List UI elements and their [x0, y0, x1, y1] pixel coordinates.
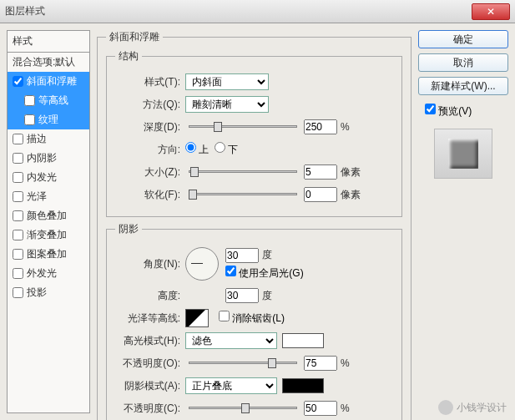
size-slider[interactable] — [189, 170, 297, 174]
gloss-contour-picker[interactable] — [185, 309, 209, 327]
shadow-mode-select[interactable]: 正片叠底 — [185, 377, 277, 394]
altitude-input[interactable] — [225, 288, 259, 303]
gloss-contour-label: 光泽等高线: — [115, 311, 180, 326]
soften-input[interactable] — [304, 187, 337, 202]
highlight-opacity-slider[interactable] — [189, 362, 297, 365]
direction-up[interactable]: 上 — [185, 142, 209, 157]
style-item[interactable]: 描边 — [8, 129, 89, 149]
angle-label: 角度(N): — [115, 257, 180, 271]
angle-input[interactable] — [225, 248, 259, 263]
styles-header: 样式 — [8, 31, 89, 53]
style-item[interactable]: 斜面和浮雕 — [8, 72, 89, 91]
shading-group: 阴影 角度(N): 度 使用全局光(G) 高度: — [106, 222, 402, 420]
bevel-panel: 斜面和浮雕 结构 样式(T): 内斜面 方法(Q): 雕刻清晰 深度(D): % — [97, 30, 411, 420]
style-select[interactable]: 内斜面 — [185, 73, 269, 90]
new-style-button[interactable]: 新建样式(W)... — [418, 77, 508, 95]
soften-label: 软化(F): — [115, 188, 180, 202]
watermark: 小钱学设计 — [438, 400, 507, 415]
style-item[interactable]: 投影 — [8, 283, 89, 302]
direction-down[interactable]: 下 — [215, 142, 238, 157]
angle-unit: 度 — [262, 248, 272, 262]
depth-label: 深度(D): — [115, 120, 180, 134]
style-item[interactable]: 等高线 — [8, 91, 89, 110]
shadow-opacity-slider[interactable] — [189, 407, 297, 410]
altitude-unit: 度 — [262, 289, 272, 303]
close-button[interactable]: ✕ — [472, 3, 510, 20]
highlight-mode-select[interactable]: 滤色 — [185, 332, 277, 349]
highlight-mode-label: 高光模式(H): — [115, 334, 180, 348]
structure-group: 结构 样式(T): 内斜面 方法(Q): 雕刻清晰 深度(D): % 方向: — [106, 49, 402, 217]
style-item[interactable]: 内阴影 — [8, 149, 89, 168]
structure-legend: 结构 — [115, 49, 142, 63]
altitude-label: 高度: — [115, 289, 180, 303]
soften-unit: 像素 — [341, 188, 361, 202]
style-item[interactable]: 光泽 — [8, 187, 89, 206]
shadow-opacity-unit: % — [341, 402, 350, 414]
style-item[interactable]: 内发光 — [8, 168, 89, 187]
highlight-opacity-unit: % — [341, 357, 350, 369]
bevel-title: 斜面和浮雕 — [106, 30, 163, 44]
highlight-color-swatch[interactable] — [282, 333, 324, 348]
shadow-opacity-label: 不透明度(C): — [115, 402, 180, 416]
styles-list: 样式 混合选项:默认 斜面和浮雕等高线纹理描边内阴影内发光光泽颜色叠加渐变叠加图… — [7, 30, 90, 413]
size-label: 大小(Z): — [115, 165, 180, 180]
window-title: 图层样式 — [5, 4, 472, 18]
shadow-mode-label: 阴影模式(A): — [115, 379, 180, 393]
shadow-opacity-input[interactable] — [304, 401, 337, 416]
cancel-button[interactable]: 取消 — [418, 53, 508, 72]
shading-legend: 阴影 — [115, 222, 142, 236]
antialias-checkbox[interactable]: 消除锯齿(L) — [219, 311, 285, 326]
style-item[interactable]: 纹理 — [8, 110, 89, 129]
shadow-color-swatch[interactable] — [282, 378, 324, 393]
style-item[interactable]: 图案叠加 — [8, 245, 89, 264]
depth-input[interactable] — [304, 119, 337, 134]
blend-options[interactable]: 混合选项:默认 — [8, 53, 89, 72]
method-label: 方法(Q): — [115, 98, 180, 112]
watermark-icon — [438, 400, 453, 415]
global-light-checkbox[interactable]: 使用全局光(G) — [225, 267, 304, 279]
depth-slider[interactable] — [189, 125, 297, 129]
style-item[interactable]: 颜色叠加 — [8, 206, 89, 225]
highlight-opacity-input[interactable] — [304, 356, 337, 371]
size-input[interactable] — [304, 164, 337, 180]
style-item[interactable]: 渐变叠加 — [8, 225, 89, 245]
preview-checkbox[interactable]: 预览(V) — [425, 104, 508, 119]
ok-button[interactable]: 确定 — [418, 30, 508, 48]
highlight-opacity-label: 不透明度(O): — [115, 357, 180, 371]
method-select[interactable]: 雕刻清晰 — [185, 96, 269, 113]
soften-slider[interactable] — [189, 193, 297, 196]
direction-label: 方向: — [115, 143, 180, 157]
preview-thumbnail — [434, 129, 492, 179]
style-label: 样式(T): — [115, 75, 180, 89]
angle-dial[interactable] — [185, 247, 219, 281]
size-unit: 像素 — [341, 165, 361, 180]
depth-unit: % — [341, 121, 350, 133]
style-item[interactable]: 外发光 — [8, 264, 89, 283]
